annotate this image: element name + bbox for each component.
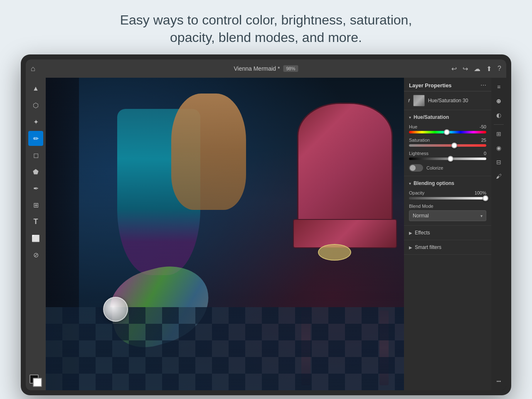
top-bar-right: ↩ ↪ ☁ ⬆ ?: [451, 65, 501, 73]
opacity-slider-row: Opacity 100%: [409, 190, 486, 200]
saturation-label-row: Saturation 25: [409, 138, 486, 143]
tablet-wrapper: ⌂ Vienna Mermaid * 98% ↩ ↪ ☁ ⬆ ? ▲ ⬡ ✦ ✏: [21, 54, 511, 395]
hue-saturation-header[interactable]: ▾ Hue/Saturation: [409, 114, 486, 120]
left-toolbar: ▲ ⬡ ✦ ✏ ◻ ⬟ ✒ ⊞ T ⬜ ⊘: [26, 78, 46, 390]
redo-icon[interactable]: ↪: [463, 65, 468, 73]
opacity-track[interactable]: [409, 197, 486, 200]
opacity-value: 100%: [474, 190, 486, 195]
tool-paint[interactable]: ⬟: [28, 164, 43, 179]
opacity-label-row: Opacity 100%: [409, 190, 486, 195]
opacity-thumb[interactable]: [483, 195, 488, 201]
lightness-thumb[interactable]: [448, 156, 453, 162]
panel-icon-layers[interactable]: ≡: [493, 81, 505, 93]
panel-icon-adjust[interactable]: ◐: [493, 109, 505, 121]
mermaid-body: [46, 78, 404, 390]
zoom-badge: 98%: [283, 65, 298, 72]
effects-arrow: ▶: [409, 231, 412, 235]
blending-title: Blending options: [414, 180, 454, 186]
panel-separator-1: [494, 124, 504, 125]
tool-select[interactable]: ▲: [28, 81, 43, 96]
blending-section: ▾ Blending options Opacity 100%: [404, 176, 491, 226]
headline-line2: opacity, blend modes, and more.: [170, 30, 362, 45]
tool-eraser[interactable]: ◻: [28, 148, 43, 163]
tool-magic[interactable]: ✦: [28, 114, 43, 129]
panel-icon-paint[interactable]: 🖌: [493, 170, 505, 182]
hue-thumb[interactable]: [444, 129, 450, 135]
smart-filters-section[interactable]: ▶ Smart filters: [404, 240, 491, 255]
top-bar-center: Vienna Mermaid * 98%: [234, 65, 298, 72]
blend-mode-value: Normal: [413, 213, 429, 219]
share-icon[interactable]: ⬆: [486, 65, 492, 73]
panel-icon-merge[interactable]: ⊟: [493, 156, 505, 168]
saturation-value: 25: [474, 138, 486, 143]
undo-icon[interactable]: ↩: [451, 65, 457, 73]
opacity-label: Opacity: [409, 190, 424, 195]
saturation-track[interactable]: [409, 144, 486, 147]
blending-arrow: ▾: [409, 181, 411, 186]
hue-saturation-title: Hue/Saturation: [414, 114, 449, 120]
colorize-toggle[interactable]: [409, 164, 423, 172]
canvas-area[interactable]: [46, 78, 404, 390]
panel-icon-more[interactable]: •••: [493, 375, 505, 387]
home-icon[interactable]: ⌂: [31, 64, 35, 73]
swatch-background: [33, 378, 42, 387]
saturation-slider-row: Saturation 25: [409, 138, 486, 147]
tool-lasso[interactable]: ⬡: [28, 98, 43, 113]
file-title: Vienna Mermaid *: [234, 65, 280, 72]
right-panel: Layer Properties ⋯ f Hue/Saturation 30 ▾…: [404, 78, 491, 390]
panel-icon-mask[interactable]: ⊕: [493, 95, 505, 107]
tool-image[interactable]: ⬜: [28, 231, 43, 246]
panel-icon-add[interactable]: ⊞: [493, 128, 505, 140]
panel-options-icon[interactable]: ⋯: [480, 82, 486, 89]
main-content: ▲ ⬡ ✦ ✏ ◻ ⬟ ✒ ⊞ T ⬜ ⊘: [26, 78, 506, 390]
canvas-image: [46, 78, 404, 390]
f-badge: f: [408, 98, 410, 103]
smart-filters-header[interactable]: ▶ Smart filters: [409, 244, 486, 250]
toggle-knob: [410, 165, 416, 171]
help-icon[interactable]: ?: [498, 65, 501, 72]
colorize-label: Colorize: [426, 165, 443, 170]
saturation-thumb[interactable]: [451, 143, 457, 148]
lightness-label: Lightness: [409, 151, 429, 156]
floating-circle-tool[interactable]: [103, 297, 128, 322]
blend-mode-arrow-icon: ▾: [480, 214, 483, 218]
panel-header: Layer Properties ⋯: [404, 78, 491, 91]
smart-filters-title: Smart filters: [415, 244, 441, 250]
effects-header[interactable]: ▶ Effects: [409, 230, 486, 236]
headline: Easy ways to control color, brightness, …: [112, 0, 421, 54]
hue-label-row: Hue -50: [409, 124, 486, 129]
top-bar-left: ⌂: [31, 64, 35, 73]
tablet-screen: ⌂ Vienna Mermaid * 98% ↩ ↪ ☁ ⬆ ? ▲ ⬡ ✦ ✏: [26, 59, 506, 390]
hue-value: -50: [474, 124, 486, 129]
layer-preview-box: [413, 95, 425, 106]
top-bar: ⌂ Vienna Mermaid * 98% ↩ ↪ ☁ ⬆ ?: [26, 59, 506, 78]
tool-brush[interactable]: ✏: [28, 131, 43, 146]
panel-icon-eye[interactable]: ◉: [493, 142, 505, 154]
blend-mode-label: Blend Mode: [409, 204, 433, 209]
colorize-row: Colorize: [409, 164, 486, 172]
lightness-track[interactable]: [409, 158, 486, 160]
hue-track[interactable]: [409, 131, 486, 133]
hue-slider-row: Hue -50: [409, 124, 486, 133]
effects-section[interactable]: ▶ Effects: [404, 226, 491, 240]
color-swatches[interactable]: [30, 374, 42, 387]
cloud-icon[interactable]: ☁: [474, 65, 480, 73]
headline-line1: Easy ways to control color, brightness, …: [120, 12, 412, 27]
tool-crop[interactable]: ⊞: [28, 197, 43, 212]
hue-saturation-arrow: ▾: [409, 115, 411, 120]
tool-pencil[interactable]: ✒: [28, 181, 43, 196]
tool-eyedropper[interactable]: ⊘: [28, 247, 43, 262]
blend-mode-row: Blend Mode: [409, 204, 486, 209]
hue-label: Hue: [409, 124, 417, 129]
layer-name: Hue/Saturation 30: [428, 98, 468, 103]
blend-mode-dropdown[interactable]: Normal ▾: [409, 210, 486, 221]
tool-text[interactable]: T: [28, 214, 43, 229]
lightness-value: 0: [474, 151, 486, 156]
panel-icons-column: ≡ ⊕ ◐ ⊞ ◉ ⊟ 🖌 •••: [491, 78, 506, 390]
saturation-label: Saturation: [409, 138, 430, 143]
lightness-label-row: Lightness 0: [409, 151, 486, 156]
smart-filters-arrow: ▶: [409, 245, 412, 250]
blending-header[interactable]: ▾ Blending options: [409, 180, 486, 186]
effects-title: Effects: [415, 230, 430, 236]
panel-title: Layer Properties: [409, 82, 452, 89]
